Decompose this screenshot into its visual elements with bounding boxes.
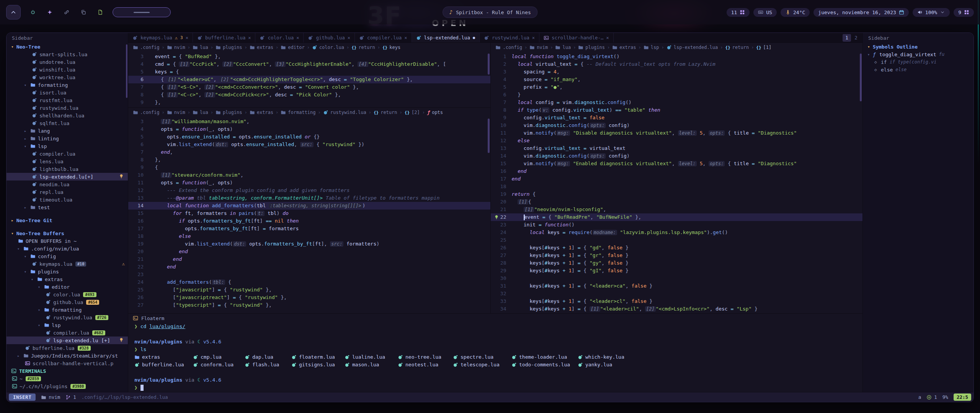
- close-tab-icon[interactable]: ×: [606, 35, 609, 41]
- chevron-down-icon[interactable]: ▾: [38, 308, 43, 312]
- breadcrumb-item[interactable]: {}return: [374, 110, 397, 115]
- tree-item[interactable]: github.lua#654: [7, 298, 128, 306]
- code-line[interactable]: 17 opts.formatters_by_ft[ft] = formatter…: [128, 225, 490, 233]
- tray-pill[interactable]: 9: [954, 8, 974, 17]
- breadcrumb-item[interactable]: lua: [555, 45, 571, 50]
- breadcrumb-item[interactable]: extras: [250, 45, 273, 50]
- chevron-right-icon[interactable]: ▸: [24, 205, 29, 210]
- breadcrumb-item[interactable]: formatting: [281, 110, 315, 115]
- tab-github-lua[interactable]: github.lua×: [304, 33, 355, 42]
- breadcrumb-item[interactable]: nvim: [167, 45, 185, 50]
- code-line[interactable]: 23: [128, 271, 490, 278]
- code-area[interactable]: 3 [1]"williamboman/mason.nvim",4 opts = …: [128, 117, 490, 309]
- terminal-buffer-item[interactable]: ~#2859: [7, 375, 128, 382]
- tree-item[interactable]: ▾extras: [7, 275, 128, 283]
- tree-item[interactable]: shellharden.lua: [7, 112, 128, 119]
- tabpage-2[interactable]: 2: [852, 34, 860, 42]
- symbols-outline-header[interactable]: ▾ Symbols Outline: [863, 43, 973, 50]
- code-line[interactable]: 24 add_formatters(tbl: {: [128, 278, 490, 286]
- code-line[interactable]: 25 ["javascript"] = { "rustywind" },: [128, 286, 490, 294]
- breadcrumb-item[interactable]: {}return: [351, 45, 375, 50]
- close-tab-icon[interactable]: ×: [248, 35, 251, 41]
- pane-scrollbar[interactable]: [488, 119, 490, 153]
- tab-rustywind-lua[interactable]: rustywind.lua×: [480, 33, 539, 42]
- tree-item[interactable]: undotree.lua: [7, 58, 128, 66]
- breadcrumb-item[interactable]: plugins: [578, 45, 605, 50]
- chevron-down-icon[interactable]: ▾: [17, 247, 23, 251]
- code-line[interactable]: 6 }: [491, 91, 862, 99]
- code-line[interactable]: 15 vim.notify(msg: "Enabled diagnostics …: [491, 160, 862, 167]
- code-line[interactable]: 28 keys[#keys + 1] = { "gy", false }: [491, 259, 862, 267]
- code-line[interactable]: 14 local function add_formatters(tbl :ta…: [128, 202, 490, 210]
- tree-item[interactable]: ▸lang: [7, 127, 128, 135]
- chevron-right-icon[interactable]: ▸: [24, 129, 29, 133]
- code-line[interactable]: 9 config.virtual_text = false: [491, 114, 862, 122]
- breadcrumb-item[interactable]: extras: [612, 45, 636, 50]
- code-line[interactable]: 3 event = { "BufRead" },: [128, 53, 490, 60]
- terminal-output[interactable]: ❯ cd lua/plugins/nvim/lua/plugins via ☾ …: [128, 323, 862, 392]
- code-line[interactable]: 21 end: [128, 255, 490, 263]
- tree-item[interactable]: lsp-extended.lu[+]: [7, 173, 128, 180]
- code-line[interactable]: 5 keys = {: [128, 68, 490, 76]
- close-tab-icon[interactable]: ×: [186, 35, 188, 41]
- breadcrumb-item[interactable]: editor: [281, 45, 304, 50]
- editor-pane-color[interactable]: .config›nvim›lua›plugins›extras›editor›c…: [128, 43, 490, 108]
- tree-item[interactable]: isort.lua: [7, 89, 128, 96]
- code-area[interactable]: 3 event = { "BufRead" },4 cmd = { [1]"Cc…: [128, 52, 490, 106]
- tree-item[interactable]: smart-splits.lua: [7, 50, 128, 58]
- date-pill[interactable]: jueves, noviembre 16, 2023: [813, 8, 909, 17]
- code-line[interactable]: 3 spacing = 4,: [491, 68, 862, 76]
- breadcrumb-item[interactable]: .config: [495, 45, 522, 50]
- code-line[interactable]: 8 if type(v: config.virtual_text) == "ta…: [491, 106, 862, 114]
- breadcrumb-item[interactable]: extras: [250, 110, 273, 115]
- code-line[interactable]: 11 vim.notify(msg: "Disable diagnostics …: [491, 129, 862, 137]
- code-line[interactable]: 29 keys[#keys + 1] = { "gI", false }: [491, 267, 862, 275]
- tree-item[interactable]: ▸Juegos/Indies/SteamLibrary/st: [7, 352, 128, 359]
- chevron-down-icon[interactable]: ▾: [867, 52, 873, 57]
- code-line[interactable]: 9 {: [128, 164, 490, 171]
- code-line[interactable]: 2 local virtual_text = { -- Default virt…: [491, 60, 862, 68]
- close-tab-icon[interactable]: ×: [404, 35, 407, 41]
- code-line[interactable]: 4 source = "if_many",: [491, 76, 862, 83]
- code-line[interactable]: 19 vim.list_extend(dst: opts.formatters_…: [128, 240, 490, 248]
- tree-item[interactable]: neodim.lua: [7, 180, 128, 188]
- music-widget[interactable]: ♪ Spiritbox - Rule Of Nines: [443, 7, 537, 18]
- code-line[interactable]: 32: [491, 290, 862, 298]
- tab-scrollbar-handle-[interactable]: scrollbar-handle-…×: [539, 33, 614, 42]
- file-button[interactable]: [95, 7, 106, 18]
- tree-item[interactable]: ▾editor: [7, 283, 128, 291]
- tree-item[interactable]: compiler.lua#682: [7, 329, 128, 337]
- tree-item[interactable]: lens.lua: [7, 158, 128, 165]
- code-line[interactable]: 18: [491, 183, 862, 190]
- breadcrumb-item[interactable]: color.lua: [312, 45, 344, 50]
- tab-keymaps-lua[interactable]: keymaps.lua⚠3×: [128, 33, 193, 42]
- tree-item[interactable]: repl.lua: [7, 188, 128, 196]
- tree-item[interactable]: ▾formatting: [7, 306, 128, 314]
- code-line[interactable]: 6 { [1]"<leader>uC", [2]"<cmd>CccHighlig…: [128, 76, 490, 83]
- tree-item[interactable]: keymaps.lua#10⚠: [7, 260, 128, 268]
- tree-item[interactable]: bufferline.lua#328: [7, 344, 128, 352]
- code-line[interactable]: 5 prefix = "●",: [491, 83, 862, 91]
- tree-item[interactable]: ▸test: [7, 203, 128, 211]
- code-line[interactable]: 24 local keys = require(modname: "lazyvi…: [491, 229, 862, 236]
- tree-item[interactable]: ▾plugins: [7, 268, 128, 275]
- tree-item[interactable]: ▾lsp: [7, 142, 128, 150]
- breadcrumb-item[interactable]: nvim: [529, 45, 548, 50]
- code-line[interactable]: 19return {: [491, 190, 862, 198]
- editor-pane-lsp-extended[interactable]: .config›nvim›lua›plugins›extras›lsp›lsp-…: [491, 43, 862, 313]
- tree-item[interactable]: rustywind.lua: [7, 104, 128, 112]
- code-line[interactable]: 12 else: [491, 137, 862, 145]
- code-line[interactable]: 4 cmd = { [1]"CccPick", [2]"CccConvert",…: [128, 60, 490, 68]
- code-line[interactable]: 22 event = { "BufReadPre", "BufNewFile" …: [491, 213, 862, 221]
- chevron-right-icon[interactable]: ▸: [24, 137, 29, 141]
- tree-item[interactable]: compiler.lua: [7, 150, 128, 158]
- code-line[interactable]: 8 },: [128, 156, 490, 164]
- tab-lsp-extended-lua[interactable]: lsp-extended.lua●: [412, 33, 480, 42]
- neotree-git-section-header[interactable]: ▸ Neo-Tree Git: [7, 216, 128, 224]
- pane-scrollbar[interactable]: [488, 54, 490, 75]
- search-pill[interactable]: [113, 7, 171, 17]
- close-tab-icon[interactable]: ×: [348, 35, 350, 41]
- tree-item[interactable]: OPEN BUFFERS in ~: [7, 237, 128, 245]
- chevron-down-icon[interactable]: ▾: [24, 83, 29, 87]
- tree-item[interactable]: rustfmt.lua: [7, 96, 128, 104]
